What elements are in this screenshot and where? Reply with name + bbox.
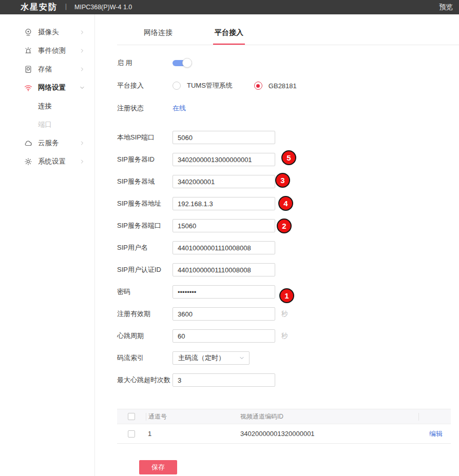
gear-icon (24, 157, 33, 166)
select-value: 主码流（定时） (178, 353, 239, 363)
reg-status-value: 在线 (173, 104, 186, 113)
heartbeat-period-input[interactable] (173, 329, 275, 343)
radio-tums[interactable]: TUMS管理系统 (173, 81, 233, 90)
chevron-right-icon (79, 66, 85, 72)
main-content: 网络连接 平台接入 启 用 平台接入 TUMS管理系统 (95, 14, 459, 476)
field-label: SIP服务器域 (117, 177, 173, 186)
sip-server-port-input[interactable] (173, 219, 275, 232)
reg-validity-input[interactable] (173, 307, 275, 321)
field-label: SIP服务器地址 (117, 199, 173, 208)
sidebar-item-camera[interactable]: 摄像头 (0, 23, 94, 42)
sidebar-item-label: 摄像头 (38, 28, 79, 37)
field-label: SIP服务器ID (117, 155, 173, 164)
radio-circle-icon (173, 82, 181, 90)
sip-auth-id-input[interactable] (173, 263, 275, 276)
sidebar-item-event-detection[interactable]: 事件侦测 (0, 42, 94, 60)
video-id-cell: 34020000001320000001 (237, 430, 418, 438)
brand-divider: 丨 (63, 3, 69, 12)
row-checkbox[interactable] (128, 430, 135, 438)
sidebar-item-connection[interactable]: 连接 (0, 97, 94, 115)
sidebar-item-label: 云服务 (38, 138, 79, 148)
select-all-checkbox[interactable] (128, 413, 135, 420)
annotation-badge-4: 4 (278, 196, 293, 211)
tab-bar: 网络连接 平台接入 (117, 14, 459, 45)
seconds-unit: 秒 (281, 309, 288, 319)
seconds-unit: 秒 (281, 331, 288, 341)
toggle-knob (182, 58, 192, 68)
annotation-badge-3: 3 (275, 173, 290, 188)
annotation-badge-1: 1 (279, 288, 294, 303)
sidebar-item-storage[interactable]: 存储 (0, 60, 94, 78)
sidebar-item-network-settings[interactable]: 网络设置 (0, 78, 94, 97)
sip-server-domain-input[interactable] (173, 175, 275, 188)
platform-access-form: 启 用 平台接入 TUMS管理系统 GB28181 (95, 52, 459, 474)
alarm-icon (24, 46, 33, 55)
chevron-right-icon (79, 48, 85, 54)
platform-label: 平台接入 (117, 81, 173, 90)
sidebar-item-label: 存储 (38, 65, 79, 74)
field-label: 注册有效期 (117, 309, 173, 319)
local-sip-port-input[interactable] (173, 131, 275, 144)
chevron-right-icon (79, 140, 85, 146)
field-label: SIP用户名 (117, 243, 173, 252)
channel-cell: 1 (146, 430, 237, 438)
sidebar: 摄像头 事件侦测 存储 (0, 14, 95, 476)
cloud-icon (24, 138, 33, 148)
radio-label: TUMS管理系统 (187, 81, 233, 90)
enable-toggle[interactable] (173, 58, 192, 68)
sidebar-item-label: 系统设置 (38, 157, 79, 166)
chevron-down-icon (239, 355, 245, 361)
chevron-down-icon (79, 85, 85, 91)
reg-status-label: 注册状态 (117, 104, 173, 113)
field-label: SIP服务器端口 (117, 221, 173, 230)
sidebar-item-cloud-service[interactable]: 云服务 (0, 134, 94, 152)
preview-link[interactable]: 预览 (439, 3, 453, 12)
device-model: MIPC368(P)W-4 1.0 (74, 4, 132, 11)
table-header-row: 通道号 视频通道编码ID (117, 409, 451, 424)
password-input[interactable] (173, 285, 275, 299)
annotation-badge-2: 2 (277, 219, 292, 233)
top-bar: 水星安防 丨 MIPC368(P)W-4 1.0 预览 (0, 0, 459, 14)
storage-icon (24, 65, 33, 74)
radio-label: GB28181 (269, 82, 297, 90)
channel-table: 通道号 视频通道编码ID 1 34020000001320000001 编辑 (117, 409, 451, 444)
sip-server-id-input[interactable] (173, 153, 275, 166)
chevron-right-icon (79, 29, 85, 35)
action-column-header (418, 413, 451, 421)
sidebar-item-label: 端口 (38, 120, 85, 129)
field-label: 密码 (117, 287, 173, 296)
radio-circle-icon (254, 82, 262, 90)
sidebar-item-port[interactable]: 端口 (0, 115, 94, 134)
chevron-right-icon (79, 158, 85, 165)
field-label: 最大心跳超时次数 (117, 375, 173, 385)
sidebar-item-system-settings[interactable]: 系统设置 (0, 152, 94, 171)
sip-server-address-input[interactable] (173, 197, 275, 210)
video-id-column-header: 视频通道编码ID (237, 412, 418, 421)
sidebar-item-label: 事件侦测 (38, 46, 79, 55)
table-row: 1 34020000001320000001 编辑 (117, 424, 451, 443)
camera-icon (24, 28, 33, 37)
radio-gb28181[interactable]: GB28181 (254, 82, 297, 90)
tab-network-connection[interactable]: 网络连接 (144, 28, 173, 45)
save-button[interactable]: 保存 (139, 460, 177, 474)
channel-column-header: 通道号 (146, 413, 237, 421)
sidebar-item-label: 连接 (38, 102, 85, 111)
field-label: 码流索引 (117, 353, 173, 363)
sip-username-input[interactable] (173, 241, 275, 254)
field-label: 本地SIP端口 (117, 133, 173, 142)
enable-label: 启 用 (117, 58, 173, 68)
wifi-icon (24, 83, 33, 92)
annotation-badge-5: 5 (281, 150, 296, 165)
field-label: SIP用户认证ID (117, 265, 173, 274)
tab-platform-access[interactable]: 平台接入 (215, 28, 243, 45)
field-label: 心跳周期 (117, 331, 173, 341)
stream-index-select[interactable]: 主码流（定时） (173, 351, 250, 365)
max-heartbeat-timeout-input[interactable] (173, 373, 275, 387)
platform-radio-group: TUMS管理系统 GB28181 (173, 81, 318, 90)
sidebar-item-label: 网络设置 (38, 83, 79, 92)
brand-logo: 水星安防 (21, 2, 58, 13)
edit-link[interactable]: 编辑 (429, 430, 443, 438)
